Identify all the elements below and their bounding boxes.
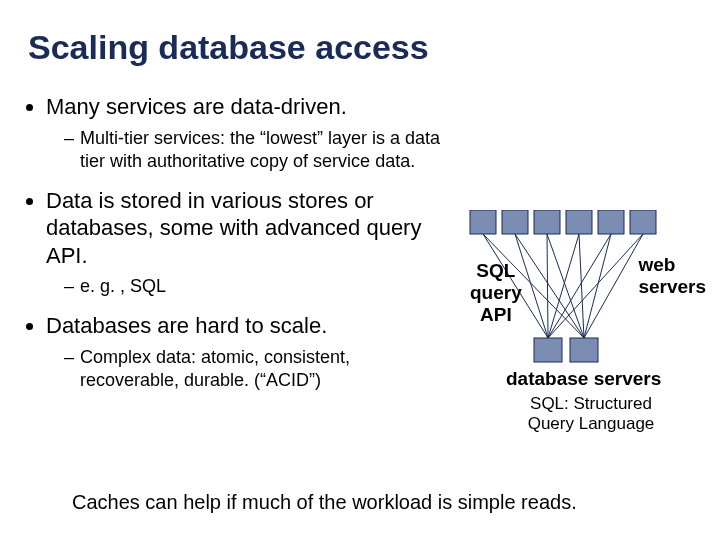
slide-title: Scaling database access — [28, 28, 692, 67]
label-sql-query-api: SQL query API — [470, 260, 522, 326]
bullet-2-sub-1: e. g. , SQL — [64, 275, 448, 298]
bullet-2-sub: e. g. , SQL — [64, 275, 448, 298]
bullet-list: Many services are data-driven. Multi-tie… — [46, 93, 448, 392]
bullet-2: Data is stored in various stores or data… — [46, 187, 448, 299]
bullet-3-sub-1: Complex data: atomic, consistent, recove… — [64, 346, 448, 392]
bullet-3: Databases are hard to scale. Complex dat… — [46, 312, 448, 392]
footer-note: Caches can help if much of the workload … — [72, 491, 577, 514]
svg-rect-13 — [502, 210, 528, 234]
svg-line-11 — [584, 234, 643, 338]
bullet-3-text: Databases are hard to scale. — [46, 313, 327, 338]
text-column: Many services are data-driven. Multi-tie… — [28, 93, 448, 406]
svg-rect-17 — [630, 210, 656, 234]
label-sql-l1: SQL — [476, 260, 515, 281]
bullet-1-sub: Multi-tier services: the “lowest” layer … — [64, 127, 448, 173]
svg-line-10 — [584, 234, 611, 338]
svg-rect-14 — [534, 210, 560, 234]
label-web-l1: web — [638, 254, 675, 275]
label-acr-l2: Query Language — [528, 414, 655, 433]
bullet-1-sub-1: Multi-tier services: the “lowest” layer … — [64, 127, 448, 173]
bullet-1-text: Many services are data-driven. — [46, 94, 347, 119]
svg-rect-16 — [598, 210, 624, 234]
label-sql-l3: API — [480, 304, 512, 325]
svg-rect-18 — [534, 338, 562, 362]
label-web-l2: servers — [638, 276, 706, 297]
label-database-servers: database servers — [506, 368, 661, 390]
label-web-servers: web servers — [638, 254, 706, 298]
svg-line-2 — [547, 234, 548, 338]
svg-line-7 — [515, 234, 584, 338]
label-sql-acronym: SQL: Structured Query Language — [506, 394, 676, 435]
svg-rect-19 — [570, 338, 598, 362]
architecture-diagram: SQL query API web servers database serve… — [440, 210, 700, 410]
label-acr-l1: SQL: Structured — [530, 394, 652, 413]
svg-rect-15 — [566, 210, 592, 234]
bullet-1: Many services are data-driven. Multi-tie… — [46, 93, 448, 173]
bullet-3-sub: Complex data: atomic, consistent, recove… — [64, 346, 448, 392]
bullet-2-text: Data is stored in various stores or data… — [46, 188, 421, 268]
svg-line-5 — [548, 234, 643, 338]
svg-rect-12 — [470, 210, 496, 234]
slide: Scaling database access Many services ar… — [0, 0, 720, 540]
label-sql-l2: query — [470, 282, 522, 303]
